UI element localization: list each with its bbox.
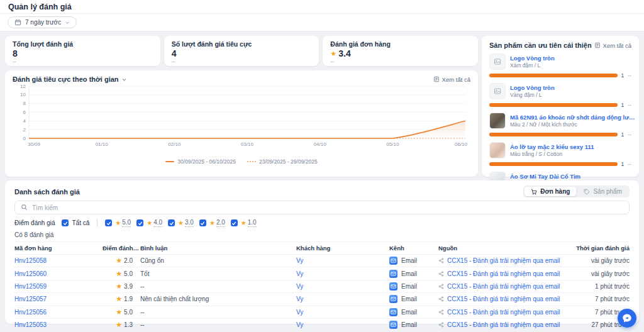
score-filter-row: Điểm đánh giáTất cả★5.0★4.0★3.0★2.0★1.0 bbox=[14, 219, 630, 227]
table-row: Hnv125059★ 3.9--VyEmailCCX15 - Đánh giá … bbox=[14, 280, 630, 293]
filter-checkbox-all[interactable]: Tất cả bbox=[62, 219, 89, 226]
source-link[interactable]: CCX15 - Đánh giá trải nghiệm qua email bbox=[447, 270, 560, 277]
chart-view-all-link[interactable]: Xem tất cả bbox=[433, 76, 470, 83]
score-value: 5.0 bbox=[124, 270, 133, 277]
legend-label: 23/09/2025 - 29/09/2025 bbox=[259, 158, 318, 165]
svg-text:6: 6 bbox=[23, 109, 26, 115]
product-count: 1 bbox=[621, 102, 625, 108]
chat-icon bbox=[621, 313, 633, 324]
table-row: Hnv125057★ 1.9Nên cải thiện chất lượngVy… bbox=[14, 293, 630, 306]
customer-link[interactable]: Vy bbox=[296, 255, 389, 266]
product-name-link[interactable]: Áo lỡ tay mặc 2 kiểu sexy 111 bbox=[510, 143, 594, 150]
check-icon bbox=[199, 219, 206, 226]
svg-text:06/10: 06/10 bbox=[455, 141, 468, 147]
order-link[interactable]: Hnv125060 bbox=[14, 268, 103, 279]
customer-link[interactable]: Vy bbox=[296, 307, 389, 318]
search-input[interactable] bbox=[32, 204, 623, 211]
product-item: Áo lỡ tay mặc 2 kiểu sexy 111Màu trắng /… bbox=[489, 142, 631, 167]
check-icon bbox=[136, 219, 143, 226]
stat-card-total-reviews: Tổng lượt đánh giá 8 -- bbox=[5, 36, 160, 66]
legend-swatch-solid bbox=[165, 161, 174, 162]
column-header: Nguồn bbox=[438, 242, 572, 254]
cart-icon bbox=[531, 189, 537, 195]
source-link[interactable]: CCX15 - Đánh giá trải nghiệm qua email bbox=[447, 257, 560, 264]
svg-text:0: 0 bbox=[23, 136, 26, 141]
score-value: 4.0 bbox=[153, 219, 162, 227]
priority-view-all-link[interactable]: Xem tất cả bbox=[594, 42, 631, 49]
email-icon bbox=[389, 270, 397, 278]
chevron-down-icon[interactable] bbox=[121, 77, 127, 82]
tab-orders[interactable]: Đơn hàng bbox=[525, 187, 576, 196]
product-top: Mã 62N91 áo khoác nữ shdt dáng dộng lưới… bbox=[489, 113, 631, 129]
score-chip: ★3.0 bbox=[178, 219, 194, 227]
channel-label: Email bbox=[401, 296, 417, 302]
email-icon bbox=[389, 321, 397, 329]
date-range-select[interactable]: 7 ngày trước bbox=[8, 16, 77, 28]
channel-cell: Email bbox=[389, 267, 438, 279]
page-title: Quản lý đánh giá bbox=[8, 3, 72, 11]
product-count: 1 bbox=[621, 72, 625, 79]
email-icon bbox=[389, 282, 397, 290]
customer-link[interactable]: Vy bbox=[296, 268, 389, 279]
source-link[interactable]: CCX15 - Đánh giá trải nghiệm qua email bbox=[447, 321, 560, 328]
share-icon bbox=[438, 258, 444, 263]
time-cell: 1 phút trước bbox=[572, 281, 630, 292]
calendar-icon bbox=[14, 19, 21, 26]
channel-cell: Email bbox=[389, 319, 438, 331]
filter-divider bbox=[97, 219, 97, 227]
order-link[interactable]: Hnv125056 bbox=[14, 307, 103, 318]
product-thumbnail bbox=[489, 113, 506, 129]
channel-label: Email bbox=[401, 321, 417, 328]
view-all-icon bbox=[433, 76, 440, 82]
filter-checkbox-4.0[interactable]: ★4.0 bbox=[136, 219, 162, 227]
source-cell: CCX15 - Đánh giá trải nghiệm qua email bbox=[438, 294, 572, 304]
filter-checkbox-5.0[interactable]: ★5.0 bbox=[105, 219, 131, 227]
product-count-sub: -- bbox=[628, 72, 631, 79]
order-link[interactable]: Hnv125058 bbox=[14, 255, 103, 266]
stat-sub: -- bbox=[13, 58, 153, 65]
stats-row: Tổng lượt đánh giá 8 -- Số lượt đánh giá… bbox=[5, 36, 478, 66]
filter-checkbox-3.0[interactable]: ★3.0 bbox=[168, 219, 194, 227]
product-bar-row: 1-- bbox=[489, 161, 631, 167]
product-progress-bar bbox=[489, 162, 618, 166]
product-name-link[interactable]: Logo Vòng tròn bbox=[510, 84, 555, 91]
product-name-link[interactable]: Áo Sơ Mi Tay Dài Cổ Tim bbox=[510, 173, 580, 180]
source-link[interactable]: CCX15 - Đánh giá trải nghiệm qua email bbox=[447, 283, 560, 290]
customer-link[interactable]: Vy bbox=[296, 319, 389, 330]
stat-label: Đánh giá đơn hàng bbox=[330, 40, 470, 48]
product-name-link[interactable]: Logo Vòng tròn bbox=[510, 55, 555, 62]
column-header: Thời gian đánh giá bbox=[572, 242, 630, 254]
product-count: 1 bbox=[621, 161, 625, 167]
share-icon bbox=[438, 322, 444, 328]
star-icon: ★ bbox=[241, 219, 247, 226]
star-icon: ★ bbox=[330, 50, 336, 58]
product-item: Logo Vòng trònVàng đậm / L1-- bbox=[489, 83, 631, 108]
tab-label: Đơn hàng bbox=[540, 188, 570, 195]
time-cell: vài giây trước bbox=[572, 268, 630, 279]
order-link[interactable]: Hnv125059 bbox=[14, 281, 103, 292]
customer-link[interactable]: Vy bbox=[296, 281, 389, 292]
filter-checkbox-2.0[interactable]: ★2.0 bbox=[199, 219, 225, 227]
order-link[interactable]: Hnv125057 bbox=[14, 294, 103, 304]
share-icon bbox=[438, 296, 444, 302]
channel-cell: Email bbox=[389, 293, 438, 305]
product-count-sub: -- bbox=[628, 131, 631, 138]
star-icon: ★ bbox=[209, 219, 215, 226]
filter-checkbox-1.0[interactable]: ★1.0 bbox=[231, 219, 257, 227]
score-value: 5.0 bbox=[122, 219, 131, 227]
image-placeholder-icon bbox=[494, 58, 501, 65]
search-box[interactable] bbox=[14, 201, 630, 214]
product-bar-row: 1-- bbox=[489, 72, 631, 79]
channel-label: Email bbox=[401, 257, 417, 264]
review-list-title: Danh sách đánh giá bbox=[14, 188, 80, 196]
source-link[interactable]: CCX15 - Đánh giá trải nghiệm qua email bbox=[447, 296, 560, 302]
customer-link[interactable]: Vy bbox=[296, 294, 389, 304]
product-item: Logo Vòng trònXám đậm / L1-- bbox=[489, 53, 631, 79]
chat-fab-button[interactable] bbox=[618, 309, 636, 328]
column-header: Điểm đánh giá bbox=[103, 242, 140, 254]
product-bar-row: 1-- bbox=[489, 131, 631, 138]
tab-products[interactable]: Sản phẩm bbox=[577, 187, 628, 196]
order-link[interactable]: Hnv125053 bbox=[14, 319, 103, 330]
source-link[interactable]: CCX15 - Đánh giá trải nghiệm qua email bbox=[447, 309, 560, 316]
product-name-link[interactable]: Mã 62N91 áo khoác nữ shdt dáng dộng lưới… bbox=[510, 114, 636, 121]
